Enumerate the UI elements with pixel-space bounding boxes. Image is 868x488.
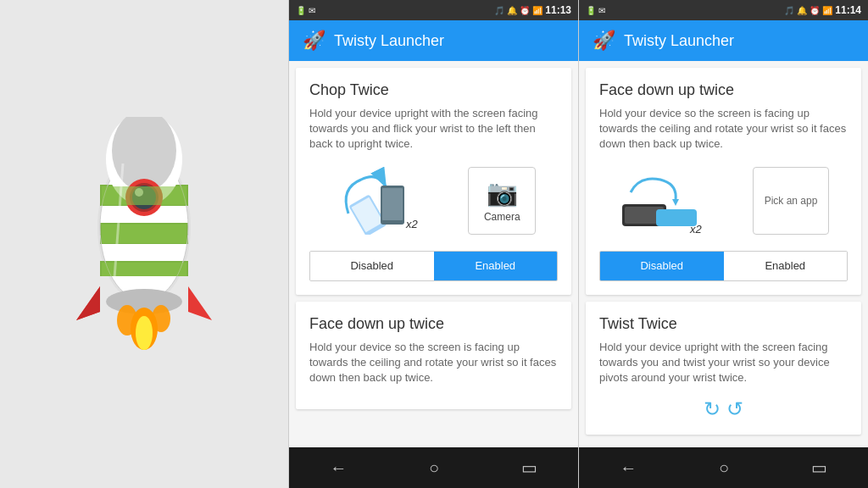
phone2-face-down-disabled-btn[interactable]: Disabled (600, 252, 724, 280)
phone1-notification-icon: 🔔 (507, 6, 517, 15)
svg-text:x2: x2 (689, 223, 703, 235)
phone2-back-icon[interactable]: ← (620, 458, 637, 478)
phone1-chop-description: Hold your device upright with the screen… (309, 106, 558, 152)
phone1-face-down-description: Hold your device so the screen is facing… (309, 340, 558, 386)
chop-animation-svg: x2 (331, 167, 425, 235)
svg-marker-13 (76, 286, 100, 320)
svg-rect-21 (102, 225, 186, 243)
phone2-status-icons: 🔋 ✉ (586, 6, 605, 15)
phone2-wifi-icon: 📶 (822, 6, 832, 15)
phone2-app-icon: 🚀 (593, 30, 615, 52)
phone2-facedown-illustration: x2 (618, 167, 715, 235)
phone2-home-icon[interactable]: ○ (719, 458, 729, 478)
phone1-app-icon: 🚀 (303, 30, 326, 52)
phone1-recents-icon[interactable]: ▭ (521, 458, 537, 478)
phone1-status-bar: 🔋 ✉ 🎵 🔔 ⏰ 📶 11:13 (289, 0, 578, 20)
svg-rect-28 (382, 188, 403, 220)
phone1-alarm-icon: ⏰ (520, 6, 530, 15)
phone2-app-bar: 🚀 Twisty Launcher (579, 20, 868, 61)
phone2-twist-arrows: ↻ ↺ (599, 396, 848, 421)
phone2-alarm-icon: ⏰ (810, 6, 820, 15)
phone1-nav-bar: ← ○ ▭ (289, 447, 578, 488)
svg-marker-30 (672, 199, 679, 206)
phone1-face-down-title: Face down up twice (309, 315, 558, 333)
rocket-illustration (42, 117, 246, 371)
phone1-home-icon[interactable]: ○ (429, 458, 439, 478)
phone1-camera-app-box: 📷 Camera (468, 167, 536, 235)
phone2-face-down-card: Face down up twice Hold your device so t… (586, 68, 861, 295)
phone2-face-down-enabled-btn[interactable]: Enabled (724, 252, 848, 280)
phone1-camera-label: Camera (484, 211, 520, 223)
phone2-twist-arrows-icon: ↻ ↺ (704, 397, 743, 421)
phone-1: 🔋 ✉ 🎵 🔔 ⏰ 📶 11:13 🚀 Twisty Launcher Chop… (288, 0, 578, 488)
phone2-status-bar: 🔋 ✉ 🎵 🔔 ⏰ 📶 11:14 (579, 0, 868, 20)
phone2-twist-card: Twist Twice Hold your device upright wit… (586, 302, 861, 435)
svg-point-18 (152, 305, 170, 332)
phone1-chop-gesture-area: x2 📷 Camera (309, 163, 558, 239)
phone1-chop-title: Chop Twice (309, 81, 558, 99)
phone1-status-right: 🎵 🔔 ⏰ 📶 11:13 (494, 4, 571, 16)
phone1-chop-toggle[interactable]: Disabled Enabled (309, 251, 558, 281)
phone1-app-bar: 🚀 Twisty Launcher (289, 20, 578, 61)
phone1-chop-twice-card: Chop Twice Hold your device upright with… (296, 68, 571, 295)
phone-2: 🔋 ✉ 🎵 🔔 ⏰ 📶 11:14 🚀 Twisty Launcher Face… (578, 0, 868, 488)
phone1-app-title: Twisty Launcher (334, 32, 444, 50)
phone1-back-icon[interactable]: ← (330, 458, 347, 478)
svg-point-19 (136, 316, 153, 350)
phone1-camera-icon: 📷 (487, 178, 518, 208)
phone1-chop-phones: x2 (331, 167, 425, 235)
svg-text:x2: x2 (405, 218, 419, 230)
svg-rect-20 (102, 186, 186, 205)
phone2-face-down-gesture-area: x2 Pick an app (599, 163, 848, 239)
phone1-content: Chop Twice Hold your device upright with… (289, 61, 578, 447)
phone2-pick-app-box[interactable]: Pick an app (753, 167, 829, 235)
phone2-twist-title: Twist Twice (599, 315, 848, 333)
phone2-status-right: 🎵 🔔 ⏰ 📶 11:14 (784, 4, 861, 16)
phone2-time: 11:14 (835, 4, 861, 16)
phone2-pick-app-label: Pick an app (765, 195, 818, 207)
phone1-time: 11:13 (545, 4, 571, 16)
phone2-face-down-description: Hold your device so the screen is facing… (599, 106, 848, 152)
phone1-chop-enabled-btn[interactable]: Enabled (434, 252, 558, 280)
phone2-twist-description: Hold your device upright with the screen… (599, 340, 848, 386)
phone1-bluetooth-icon: 🎵 (494, 6, 504, 15)
phone2-bluetooth-icon: 🎵 (784, 6, 794, 15)
phone2-content: Face down up twice Hold your device so t… (579, 61, 868, 447)
svg-marker-14 (188, 286, 212, 320)
facedown-animation-svg: x2 (618, 167, 715, 235)
phones-container: 🔋 ✉ 🎵 🔔 ⏰ 📶 11:13 🚀 Twisty Launcher Chop… (288, 0, 868, 488)
phone1-status-left: 🔋 ✉ (296, 6, 315, 15)
phone2-notification-icon: 🔔 (797, 6, 807, 15)
phone2-nav-bar: ← ○ ▭ (579, 447, 868, 488)
phone1-status-icons: 🔋 ✉ (296, 6, 315, 15)
phone1-face-down-card: Face down up twice Hold your device so t… (296, 302, 571, 410)
phone1-chop-disabled-btn[interactable]: Disabled (310, 252, 434, 280)
rocket-section (0, 0, 288, 488)
phone1-chop-phones-illustration: x2 (331, 167, 425, 235)
phone2-status-left: 🔋 ✉ (586, 6, 605, 15)
phone2-face-down-toggle[interactable]: Disabled Enabled (599, 251, 848, 281)
phone2-face-down-title: Face down up twice (599, 81, 848, 99)
phone1-wifi-icon: 📶 (532, 6, 542, 15)
phone2-app-title: Twisty Launcher (624, 32, 734, 50)
phone2-recents-icon[interactable]: ▭ (811, 458, 827, 478)
